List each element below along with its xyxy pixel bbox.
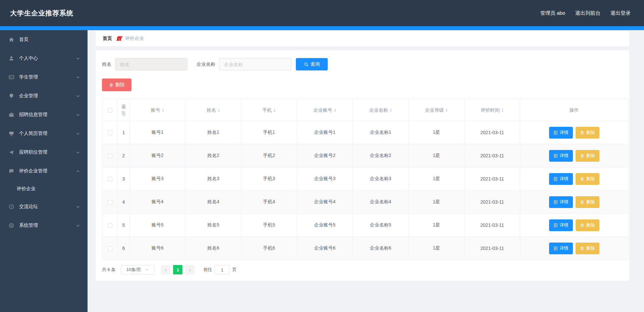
- row-checkbox[interactable]: [108, 200, 112, 205]
- row-actions-cell: 详情删除: [520, 237, 628, 260]
- admin-user-label[interactable]: 管理员 abo: [540, 10, 565, 16]
- breadcrumb-home[interactable]: 首页: [103, 36, 112, 42]
- sidebar-item-4[interactable]: 企业管理: [0, 87, 88, 105]
- table-row: 5账号5姓名5手机5企业账号5企业名称51星2021-03-11详情删除: [102, 214, 628, 237]
- table-cell: 企业名称3: [353, 167, 409, 191]
- row-checkbox-cell: [102, 191, 118, 214]
- column-header[interactable]: 姓名▲▼: [185, 99, 241, 121]
- table-cell: 1星: [409, 121, 464, 144]
- sidebar-subitem[interactable]: 评价企业: [0, 180, 88, 197]
- column-header[interactable]: 手机▲▼: [241, 99, 297, 121]
- sort-caret-icon[interactable]: ▲▼: [501, 108, 503, 112]
- query-button[interactable]: 查询: [296, 58, 328, 70]
- table-cell: 企业账号4: [297, 191, 353, 214]
- table-cell: 1星: [409, 191, 464, 214]
- bulk-delete-button[interactable]: 删除: [102, 79, 131, 91]
- table-cell: 手机5: [241, 214, 297, 237]
- row-delete-button[interactable]: 删除: [576, 243, 599, 254]
- sidebar-item-2[interactable]: 个人中心: [0, 49, 88, 68]
- sidebar-item-3[interactable]: 学生管理: [0, 68, 88, 87]
- sidebar-item-1[interactable]: 首页: [0, 30, 88, 49]
- header-right: 管理员 abo 退出到前台 退出登录: [540, 10, 631, 16]
- row-delete-button[interactable]: 删除: [576, 219, 599, 231]
- page-number-active[interactable]: 1: [173, 265, 182, 274]
- row-delete-button[interactable]: 删除: [576, 150, 599, 162]
- table-row: 2账号2姓名2手机2企业账号2企业名称21星2021-03-11详情删除: [102, 144, 628, 167]
- row-checkbox[interactable]: [108, 223, 112, 228]
- detail-button[interactable]: 详情: [549, 243, 573, 254]
- trash-icon: [580, 177, 584, 181]
- chevron-down-icon: [76, 205, 80, 209]
- table-cell: 手机6: [241, 237, 297, 260]
- table-cell: 手机3: [241, 167, 297, 191]
- table-cell: 4: [118, 191, 130, 214]
- row-checkbox[interactable]: [108, 246, 112, 251]
- sort-caret-icon[interactable]: ▲▼: [162, 108, 164, 112]
- sort-caret-icon[interactable]: ▲▼: [390, 108, 392, 112]
- table-cell: 2021-03-11: [464, 191, 520, 214]
- search-icon: [304, 62, 309, 67]
- sidebar-item-7[interactable]: 应聘职位管理: [0, 143, 88, 162]
- select-all-checkbox[interactable]: [108, 108, 112, 113]
- row-delete-button[interactable]: 删除: [576, 127, 599, 139]
- sidebar-item-label: 学生管理: [19, 74, 76, 80]
- table-cell: 1: [118, 121, 130, 144]
- detail-button[interactable]: 详情: [549, 127, 573, 139]
- table-cell: 1星: [409, 144, 464, 167]
- table-cell: 1星: [409, 237, 464, 260]
- table-cell: 企业名称2: [353, 144, 409, 167]
- sidebar-item-9[interactable]: 交流论坛: [0, 197, 88, 216]
- column-header: 操作: [520, 99, 628, 121]
- column-header[interactable]: 评价时间▲▼: [464, 99, 520, 121]
- logout-link[interactable]: 退出登录: [610, 10, 631, 16]
- doc-icon: [553, 131, 558, 135]
- name-input[interactable]: [115, 58, 187, 70]
- row-checkbox[interactable]: [108, 154, 112, 158]
- detail-button[interactable]: 详情: [549, 150, 573, 162]
- app-title: 大学生企业推荐系统: [10, 9, 73, 18]
- table-cell: 姓名5: [185, 214, 241, 237]
- column-header[interactable]: 企业名称▲▼: [353, 99, 409, 121]
- column-header-label: 操作: [570, 107, 579, 113]
- sort-caret-icon[interactable]: ▲▼: [273, 108, 276, 112]
- row-delete-button[interactable]: 删除: [576, 173, 599, 185]
- row-delete-button[interactable]: 删除: [576, 196, 599, 208]
- company-name-input[interactable]: [219, 58, 291, 70]
- column-header[interactable]: 企业账号▲▼: [297, 99, 353, 121]
- column-header-label: 评价时间: [481, 107, 499, 113]
- trash-icon: [580, 154, 584, 158]
- detail-button[interactable]: 详情: [549, 173, 573, 185]
- row-checkbox-cell: [102, 167, 118, 191]
- sidebar-item-10[interactable]: 系统管理: [0, 216, 88, 235]
- sidebar-item-5[interactable]: 招聘信息管理: [0, 105, 88, 124]
- table-cell: 手机2: [241, 144, 297, 167]
- sidebar-item-6[interactable]: 个人简历管理: [0, 124, 88, 143]
- sort-caret-icon[interactable]: ▲▼: [218, 108, 220, 112]
- table-cell: 1星: [409, 214, 464, 237]
- table-cell: 1星: [409, 167, 464, 191]
- exit-to-front-link[interactable]: 退出到前台: [575, 10, 600, 16]
- sort-caret-icon[interactable]: ▲▼: [334, 108, 336, 112]
- column-header-label: 索引: [121, 104, 126, 116]
- detail-button[interactable]: 详情: [549, 196, 573, 208]
- monitor-icon: [8, 131, 14, 137]
- table-row: 3账号3姓名3手机3企业账号3企业名称31星2021-03-11详情删除: [102, 167, 628, 191]
- table-cell: 姓名2: [185, 144, 241, 167]
- row-checkbox[interactable]: [108, 177, 112, 181]
- table-cell: 企业账号3: [297, 167, 353, 191]
- table-cell: 姓名1: [185, 121, 241, 144]
- row-checkbox[interactable]: [108, 131, 112, 135]
- next-page-button[interactable]: ›: [185, 265, 195, 274]
- page-size-select[interactable]: 10条/页: [121, 265, 154, 274]
- column-header[interactable]: 企业等级▲▼: [409, 99, 464, 121]
- sidebar-item-8[interactable]: 评价企业管理: [0, 162, 88, 180]
- goto-page-input[interactable]: [215, 265, 229, 274]
- table-cell: 手机1: [241, 121, 297, 144]
- trash-icon: [580, 223, 584, 227]
- detail-button[interactable]: 详情: [549, 219, 573, 231]
- table-cell: 2021-03-11: [464, 121, 520, 144]
- sidebar-item-label: 首页: [19, 37, 80, 43]
- sort-caret-icon[interactable]: ▲▼: [445, 108, 448, 112]
- column-header[interactable]: 账号▲▼: [130, 99, 185, 121]
- prev-page-button[interactable]: ‹: [161, 265, 170, 274]
